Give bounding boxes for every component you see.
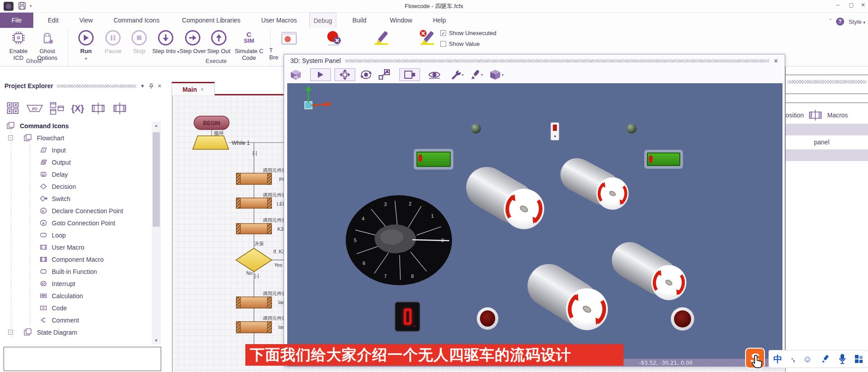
- motor[interactable]: [605, 236, 683, 302]
- panel-grip[interactable]: [57, 85, 136, 88]
- led-sphere[interactable]: [471, 124, 481, 134]
- ime-punctuation-icon[interactable]: ·,: [791, 354, 794, 363]
- brush-tool-button[interactable]: ▾: [468, 68, 485, 81]
- toggle-switch[interactable]: [551, 122, 559, 140]
- region-tool-button[interactable]: [399, 68, 420, 81]
- menu-command-icons[interactable]: Command Icons: [110, 13, 163, 28]
- 3d-panel-titlebar[interactable]: 3D: System Panel ✕: [284, 54, 785, 67]
- eye-tool-button[interactable]: [425, 68, 443, 81]
- component-macro-node[interactable]: [236, 198, 271, 208]
- play-simulation-button[interactable]: [310, 68, 331, 81]
- panel-close-icon[interactable]: ✕: [158, 83, 162, 89]
- component-macro-node[interactable]: [236, 173, 271, 184]
- macros-panel-grip[interactable]: [787, 80, 866, 84]
- show-value-checkbox[interactable]: Show Value: [440, 40, 479, 47]
- tree-item-declare-connection-point[interactable]: A:Declare Connection Point: [0, 205, 164, 217]
- io-icon[interactable]: I/O: [26, 102, 43, 115]
- decision-node[interactable]: [236, 248, 272, 272]
- menu-window[interactable]: Window: [386, 13, 416, 28]
- while-loop-node[interactable]: [193, 136, 229, 149]
- collapse-expander-icon[interactable]: −: [8, 330, 13, 335]
- tree-item-comment[interactable]: Comment: [0, 314, 164, 326]
- tab-close-icon[interactable]: ×: [200, 86, 203, 93]
- tab-main[interactable]: Main ×: [172, 82, 215, 95]
- tree-item-state-diagram[interactable]: −State Diagram: [0, 326, 164, 338]
- macros-row[interactable]: [786, 124, 868, 135]
- tree-item-user-macro[interactable]: User Macro: [0, 241, 164, 253]
- tree-item-output[interactable]: Output: [0, 156, 164, 168]
- collapse-ribbon-icon[interactable]: ˆ: [829, 18, 832, 25]
- tree-item-loop[interactable]: Loop: [0, 229, 164, 241]
- help-bubble-icon[interactable]: ?: [836, 18, 844, 26]
- macro-icon[interactable]: [90, 102, 106, 115]
- ime-pen-icon[interactable]: [821, 354, 830, 363]
- component-macro-node[interactable]: [236, 322, 271, 333]
- menu-help[interactable]: Help: [429, 13, 450, 28]
- ime-mic-icon[interactable]: [839, 354, 846, 364]
- tree-item-code[interactable]: CCode: [0, 302, 164, 314]
- macros-row[interactable]: [786, 149, 868, 161]
- seven-segment-display[interactable]: [395, 302, 420, 332]
- tree-item-goto-connection-point[interactable]: AGoto Connection Point: [0, 217, 164, 229]
- 3d-panel-close-icon[interactable]: ✕: [773, 58, 778, 64]
- menu-user-macros[interactable]: User Macros: [258, 13, 300, 28]
- variables-icon[interactable]: {X}: [71, 103, 84, 114]
- scroll-up-icon[interactable]: ▲: [152, 121, 161, 130]
- tree-item-calculation[interactable]: Calculation: [0, 290, 164, 302]
- reset-code-icon[interactable]: [417, 30, 438, 48]
- tree-item-flowchart[interactable]: −Flowchart: [0, 132, 164, 144]
- tree-root-command-icons[interactable]: Command Icons: [0, 120, 164, 132]
- tree-item-component-macro[interactable]: Component Macro: [0, 253, 164, 265]
- ghost-options-button[interactable]: Ghost Options: [32, 29, 62, 61]
- tree-item-interrupt[interactable]: INTInterrupt: [0, 278, 164, 290]
- rotary-dial[interactable]: 012345678: [345, 194, 453, 286]
- simulate-c-code-button[interactable]: CSIM Simulate C Code: [230, 29, 268, 61]
- green-led-bar[interactable]: [414, 149, 453, 170]
- ime-emoji-icon[interactable]: ☺: [803, 354, 812, 364]
- add-icons-grid-icon[interactable]: [6, 102, 20, 115]
- collapse-expander-icon[interactable]: −: [8, 135, 13, 140]
- motor[interactable]: [555, 152, 626, 211]
- led-sphere[interactable]: [627, 124, 637, 134]
- 3d-panel-grip[interactable]: [345, 59, 769, 63]
- component-macro-node[interactable]: [236, 224, 271, 234]
- close-button[interactable]: ✕: [858, 2, 868, 8]
- tree-scrollbar[interactable]: ▲ ▼: [152, 121, 161, 345]
- move-tool-button[interactable]: [335, 68, 355, 81]
- clear-all-breakpoints-icon[interactable]: [324, 30, 344, 48]
- style-menu[interactable]: Style ▾: [849, 18, 865, 25]
- ime-grid-icon[interactable]: [854, 354, 863, 363]
- 3d-viewport[interactable]: 012345678: [287, 83, 782, 359]
- menu-build[interactable]: Build: [349, 13, 370, 28]
- windows-icon[interactable]: [50, 102, 65, 115]
- orbit-tool-button[interactable]: [358, 68, 374, 81]
- menu-file[interactable]: File: [0, 13, 33, 28]
- scrollbar-thumb[interactable]: [153, 132, 160, 227]
- tree-item-switch[interactable]: Switch: [0, 193, 164, 205]
- green-led-bar[interactable]: [644, 150, 683, 169]
- menu-component-libraries[interactable]: Component Libraries: [178, 13, 244, 28]
- toggle-breakpoints-icon[interactable]: [280, 31, 298, 47]
- cube-tool-button[interactable]: ▾: [487, 68, 506, 81]
- enable-icd-button[interactable]: Enable ICD: [4, 29, 33, 61]
- wrench-tool-button[interactable]: ▾: [448, 68, 466, 81]
- motor[interactable]: [459, 159, 542, 231]
- maximize-button[interactable]: ▢: [846, 2, 856, 8]
- svg-text:[-][interactable]: [-]: [254, 273, 259, 278]
- menu-debug[interactable]: Debug: [309, 13, 336, 28]
- component-macro-toolbar-icon[interactable]: [112, 102, 127, 115]
- component-macro-node[interactable]: [236, 297, 271, 308]
- show-code-icon[interactable]: [373, 30, 393, 48]
- svg-text:[-][interactable]: [-]: [253, 150, 257, 156]
- macros-row-panel[interactable]: panel: [786, 136, 868, 148]
- red-led[interactable]: [671, 307, 694, 331]
- show-unexecuted-checkbox[interactable]: ✓ Show Unexecuted: [440, 30, 497, 36]
- tree-item-delay[interactable]: DDelay: [0, 168, 164, 180]
- menu-edit[interactable]: Edit: [44, 13, 62, 28]
- menu-view[interactable]: View: [76, 13, 96, 28]
- tree-item-decision[interactable]: Decision: [0, 180, 164, 193]
- tree-item-input[interactable]: Input: [0, 144, 164, 156]
- panel-dropdown-icon[interactable]: ▼: [140, 83, 145, 89]
- red-led[interactable]: [477, 307, 498, 330]
- minimize-button[interactable]: ─: [833, 2, 843, 8]
